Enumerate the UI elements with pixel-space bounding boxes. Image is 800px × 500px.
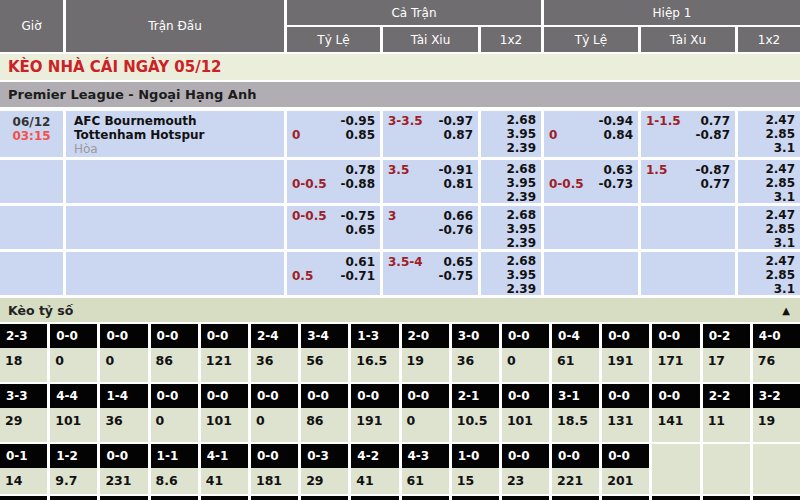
score-label[interactable]: 0-0 bbox=[602, 444, 649, 468]
score-label[interactable]: 0-1 bbox=[0, 444, 47, 468]
score-label[interactable]: 0-0 bbox=[351, 384, 398, 408]
h1-overunder-cell[interactable] bbox=[641, 252, 735, 295]
score-label[interactable]: 0-0 bbox=[251, 384, 298, 408]
score-label[interactable]: 2-3 bbox=[0, 324, 47, 348]
score-odds-value[interactable]: 0 bbox=[151, 408, 198, 442]
score-odds-value[interactable]: 86 bbox=[301, 408, 348, 442]
score-odds-value[interactable]: 23 bbox=[502, 468, 549, 494]
score-odds-value[interactable]: 8.6 bbox=[151, 468, 198, 494]
collapse-arrow-icon[interactable]: ▲ bbox=[782, 305, 790, 316]
score-odds-value[interactable]: 36 bbox=[251, 348, 298, 382]
match-teams-cell[interactable]: AFC Bournemouth Tottenham Hotspur Hòa bbox=[66, 111, 284, 157]
score-label[interactable]: 2-0 bbox=[402, 324, 449, 348]
score-label[interactable]: 4-2 bbox=[351, 444, 398, 468]
score-odds-value[interactable]: 56 bbox=[301, 348, 348, 382]
score-label[interactable]: 0-0 bbox=[301, 384, 348, 408]
score-label[interactable]: 4-0 bbox=[753, 324, 800, 348]
league-header[interactable]: Premier League - Ngoại Hạng Anh bbox=[0, 82, 800, 107]
score-odds-value[interactable]: 61 bbox=[402, 468, 449, 494]
score-odds-value[interactable]: 17 bbox=[703, 348, 750, 382]
score-odds-value[interactable]: 18 bbox=[0, 348, 47, 382]
ft-1x2-cell[interactable]: 2.68 3.95 2.39 bbox=[481, 252, 541, 295]
score-odds-value[interactable]: 0 bbox=[251, 408, 298, 442]
ft-handicap-cell[interactable]: 0.78 0-0.5-0.88 bbox=[287, 160, 380, 203]
score-label[interactable]: 0-2 bbox=[703, 324, 750, 348]
score-odds-value[interactable]: 0 bbox=[402, 408, 449, 442]
ft-overunder-cell[interactable]: 3.5-40.65 -0.75 bbox=[383, 252, 478, 295]
score-label[interactable]: 0-0 bbox=[201, 324, 248, 348]
score-label[interactable]: 0-0 bbox=[402, 384, 449, 408]
score-odds-value[interactable]: 9.7 bbox=[50, 468, 97, 494]
score-label[interactable]: 2-4 bbox=[251, 324, 298, 348]
score-label[interactable]: 0-0 bbox=[100, 324, 147, 348]
h1-handicap-cell[interactable]: 0.63 0-0.5-0.73 bbox=[544, 160, 638, 203]
ft-overunder-cell[interactable]: 3-3.5-0.97 0.87 bbox=[383, 111, 478, 157]
score-label[interactable]: 1-1 bbox=[151, 444, 198, 468]
score-odds-value[interactable]: 86 bbox=[151, 348, 198, 382]
h1-handicap-cell[interactable] bbox=[544, 206, 638, 249]
score-label[interactable]: 3-3 bbox=[0, 384, 47, 408]
score-odds-value[interactable]: 221 bbox=[552, 468, 599, 494]
h1-handicap-cell[interactable] bbox=[544, 252, 638, 295]
score-odds-value[interactable]: 181 bbox=[251, 468, 298, 494]
score-label[interactable]: 0-0 bbox=[502, 324, 549, 348]
h1-overunder-cell[interactable] bbox=[641, 206, 735, 249]
score-label[interactable]: 4-4 bbox=[50, 384, 97, 408]
score-odds-value[interactable]: 0 bbox=[100, 348, 147, 382]
score-odds-value[interactable]: 201 bbox=[602, 468, 649, 494]
score-odds-value[interactable]: 101 bbox=[50, 408, 97, 442]
score-odds-value[interactable]: 18.5 bbox=[552, 408, 599, 442]
h1-overunder-cell[interactable]: 1.5-0.87 0.77 bbox=[641, 160, 735, 203]
score-label[interactable]: 1-4 bbox=[100, 384, 147, 408]
score-odds-value[interactable]: 14 bbox=[0, 468, 47, 494]
score-odds-value[interactable]: 29 bbox=[301, 468, 348, 494]
score-label[interactable]: 0-0 bbox=[50, 324, 97, 348]
score-odds-value[interactable]: 36 bbox=[100, 408, 147, 442]
h1-1x2-cell[interactable]: 2.47 2.85 3.1 bbox=[738, 160, 800, 203]
score-odds-value[interactable]: 231 bbox=[100, 468, 147, 494]
score-odds-value[interactable]: 141 bbox=[652, 408, 699, 442]
score-label[interactable]: 0-0 bbox=[201, 384, 248, 408]
ft-handicap-cell[interactable]: -0.95 00.85 bbox=[287, 111, 380, 157]
h1-overunder-cell[interactable]: 1-1.50.77 -0.87 bbox=[641, 111, 735, 157]
h1-1x2-cell[interactable]: 2.47 2.85 3.1 bbox=[738, 252, 800, 295]
score-odds-value[interactable]: 29 bbox=[0, 408, 47, 442]
score-odds-value[interactable]: 171 bbox=[652, 348, 699, 382]
score-label[interactable]: 3-1 bbox=[552, 384, 599, 408]
ft-1x2-cell[interactable]: 2.68 3.95 2.39 bbox=[481, 160, 541, 203]
score-label[interactable]: 4-3 bbox=[402, 444, 449, 468]
score-odds-value[interactable]: 36 bbox=[452, 348, 499, 382]
ft-1x2-cell[interactable]: 2.68 3.95 2.39 bbox=[481, 111, 541, 157]
score-label[interactable]: 0-0 bbox=[652, 384, 699, 408]
score-odds-value[interactable]: 101 bbox=[502, 408, 549, 442]
score-label[interactable]: 1-2 bbox=[50, 444, 97, 468]
score-label[interactable]: 0-0 bbox=[251, 444, 298, 468]
score-label[interactable]: 4-1 bbox=[201, 444, 248, 468]
score-label[interactable]: 0-4 bbox=[552, 324, 599, 348]
h1-1x2-cell[interactable]: 2.47 2.85 3.1 bbox=[738, 206, 800, 249]
score-label[interactable]: 0-0 bbox=[100, 444, 147, 468]
score-section-header[interactable]: Kèo tỷ số ▲ bbox=[0, 298, 800, 322]
score-label[interactable]: 0-0 bbox=[502, 384, 549, 408]
score-label[interactable]: 1-3 bbox=[351, 324, 398, 348]
score-odds-value[interactable]: 19 bbox=[753, 408, 800, 442]
score-label[interactable]: 0-0 bbox=[602, 384, 649, 408]
score-odds-value[interactable]: 131 bbox=[602, 408, 649, 442]
score-odds-value[interactable]: 121 bbox=[201, 348, 248, 382]
score-label[interactable]: 0-0 bbox=[151, 324, 198, 348]
match-teams-cell[interactable] bbox=[66, 252, 284, 295]
match-teams-cell[interactable] bbox=[66, 160, 284, 203]
score-odds-value[interactable]: 11 bbox=[703, 408, 750, 442]
score-odds-value[interactable]: 0 bbox=[502, 348, 549, 382]
score-odds-value[interactable]: 10.5 bbox=[452, 408, 499, 442]
score-label[interactable]: 0-0 bbox=[151, 384, 198, 408]
score-odds-value[interactable]: 16.5 bbox=[351, 348, 398, 382]
score-label[interactable]: 3-4 bbox=[301, 324, 348, 348]
ft-1x2-cell[interactable]: 2.68 3.95 2.39 bbox=[481, 206, 541, 249]
score-odds-value[interactable]: 15 bbox=[452, 468, 499, 494]
score-label[interactable]: 0-0 bbox=[602, 324, 649, 348]
match-teams-cell[interactable] bbox=[66, 206, 284, 249]
score-label[interactable]: 0-0 bbox=[652, 324, 699, 348]
score-label[interactable]: 0-0 bbox=[552, 444, 599, 468]
score-label[interactable]: 3-0 bbox=[452, 324, 499, 348]
